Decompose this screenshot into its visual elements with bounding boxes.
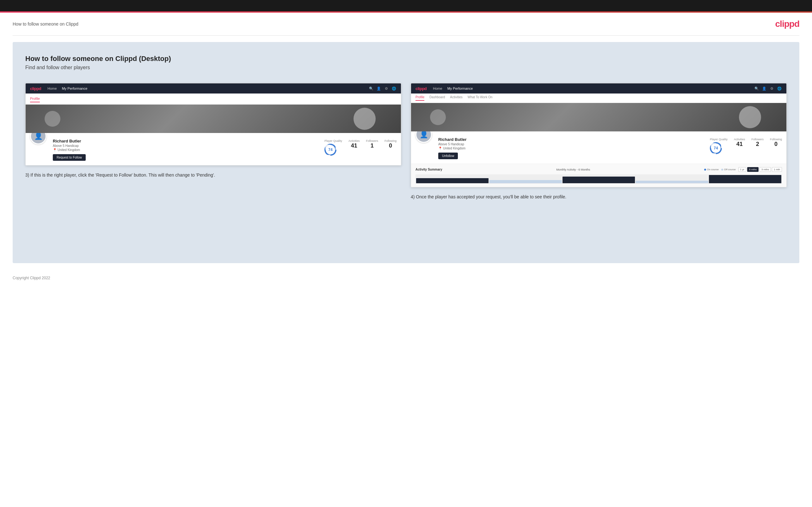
app-screenshot-1: clippd Home My Performance 🔍 👤 ⚙ 🌐 Profi… <box>25 83 401 166</box>
app-logo-2: clippd <box>415 86 426 91</box>
profile-info-1: Richard Butler Above 5 Handicap 📍 United… <box>53 139 318 161</box>
stat-quality-2: Player Quality 74 <box>710 138 727 154</box>
caption-1: 3) If this is the right player, click th… <box>25 172 401 178</box>
search-icon-1[interactable]: 🔍 <box>369 86 374 91</box>
stat-following-2: Following 0 <box>770 138 782 154</box>
globe-icon-1[interactable]: 🌐 <box>392 86 397 91</box>
app-subnav-tabs-2: Profile Dashboard Activities What To Wor… <box>411 94 786 103</box>
screenshots-row: clippd Home My Performance 🔍 👤 ⚙ 🌐 Profi… <box>25 83 787 200</box>
activity-bar-4 <box>636 181 708 183</box>
quality-value-2: 74 <box>711 144 721 153</box>
stat-following-1: Following 0 <box>385 139 397 156</box>
profile-banner-2 <box>411 103 786 131</box>
profile-location-text-2: United Kingdom <box>443 147 465 150</box>
app-navbar-1: clippd Home My Performance 🔍 👤 ⚙ 🌐 <box>26 83 401 94</box>
tab-activities-2[interactable]: Activities <box>450 96 462 101</box>
header: How to follow someone on Clippd clippd <box>0 13 812 36</box>
filter-6mths[interactable]: 6 mths <box>747 167 759 172</box>
activity-bar-2 <box>489 180 562 183</box>
main-subtitle: Find and follow other players <box>25 65 787 70</box>
profile-name-1: Richard Butler <box>53 139 318 144</box>
globe-icon-2[interactable]: 🌐 <box>777 86 782 91</box>
footer-text: Copyright Clippd 2022 <box>13 276 50 280</box>
activity-bar-5 <box>709 175 781 183</box>
stat-followers-2: Followers 2 <box>751 138 764 154</box>
logo: clippd <box>775 19 799 29</box>
app-screenshot-2: clippd Home My Performance 🔍 👤 ⚙ 🌐 Profi… <box>411 83 787 187</box>
legend-on-course: On course <box>704 168 719 171</box>
location-pin-icon-1: 📍 <box>53 148 57 152</box>
activity-bar-area <box>415 174 782 184</box>
location-pin-icon-2: 📍 <box>438 147 442 150</box>
nav-link-home-1[interactable]: Home <box>47 87 57 90</box>
tab-whattoworkon-2[interactable]: What To Work On <box>468 96 493 101</box>
screenshot-block-2: clippd Home My Performance 🔍 👤 ⚙ 🌐 Profi… <box>411 83 787 200</box>
nav-link-myperformance-1[interactable]: My Performance <box>62 87 88 90</box>
profile-stats-1: Player Quality 74 Activities 41 <box>324 139 397 156</box>
search-icon-2[interactable]: 🔍 <box>754 86 759 91</box>
activities-value-2: 41 <box>734 141 745 148</box>
profile-location-1: 📍 United Kingdom <box>53 148 318 152</box>
main-content: How to follow someone on Clippd (Desktop… <box>13 42 799 263</box>
stat-quality-label-2: Player Quality <box>710 138 727 141</box>
profile-stats-2: Player Quality 74 Activities 41 <box>710 138 782 154</box>
following-label-2: Following <box>770 138 782 141</box>
profile-location-2: 📍 United Kingdom <box>438 147 704 150</box>
quality-circle-1: 74 <box>324 144 337 156</box>
legend-off-course: Off course <box>721 168 736 171</box>
request-to-follow-button[interactable]: Request to Follow <box>53 154 86 161</box>
filter-1yr[interactable]: 1 yr <box>738 167 746 172</box>
followers-label-2: Followers <box>751 138 764 141</box>
following-value-1: 0 <box>385 143 397 149</box>
activities-label-1: Activities <box>348 139 360 143</box>
profile-info-2: Richard Butler Above 5 Handicap 📍 United… <box>438 137 704 159</box>
app-nav-icons-1: 🔍 👤 ⚙ 🌐 <box>369 86 397 91</box>
app-nav-icons-2: 🔍 👤 ⚙ 🌐 <box>754 86 782 91</box>
unfollow-button[interactable]: Unfollow <box>438 153 458 159</box>
app-nav-links-1: Home My Performance <box>47 87 87 90</box>
filter-1mth[interactable]: 1 mth <box>772 167 782 172</box>
quality-value-1: 74 <box>326 145 335 155</box>
legend-on-course-label: On course <box>707 168 719 171</box>
profile-handicap-1: Above 5 Handicap <box>53 144 318 148</box>
activity-period: Monthly Activity - 6 Months <box>556 168 590 171</box>
profile-handicap-2: Above 5 Handicap <box>438 143 704 146</box>
user-icon-1[interactable]: 👤 <box>376 86 381 91</box>
profile-location-text-1: United Kingdom <box>58 148 80 152</box>
nav-link-myperformance-2[interactable]: My Performance <box>447 87 473 90</box>
activity-summary: Activity Summary Monthly Activity - 6 Mo… <box>411 164 786 187</box>
profile-body-2: 👤 Richard Butler Above 5 Handicap 📍 Unit… <box>411 131 786 164</box>
tab-dashboard-2[interactable]: Dashboard <box>429 96 445 101</box>
avatar-icon-1: 👤 <box>34 132 43 140</box>
user-icon-2[interactable]: 👤 <box>762 86 767 91</box>
activities-value-1: 41 <box>348 143 360 149</box>
profile-tab-1[interactable]: Profile <box>30 97 40 102</box>
footer: Copyright Clippd 2022 <box>0 270 812 286</box>
screenshot-block-1: clippd Home My Performance 🔍 👤 ⚙ 🌐 Profi… <box>25 83 401 200</box>
nav-link-home-2[interactable]: Home <box>433 87 442 90</box>
avatar-icon-2: 👤 <box>420 130 428 139</box>
header-title: How to follow someone on Clippd <box>13 21 79 26</box>
activity-bar-3 <box>562 177 635 183</box>
stat-activities-1: Activities 41 <box>348 139 360 156</box>
settings-icon-2[interactable]: ⚙ <box>769 86 774 91</box>
main-title: How to follow someone on Clippd (Desktop… <box>25 55 787 63</box>
followers-label-1: Followers <box>366 139 378 143</box>
filter-3mths[interactable]: 3 mths <box>760 167 771 172</box>
settings-icon-1[interactable]: ⚙ <box>384 86 389 91</box>
app-nav-links-2: Home My Performance <box>433 87 473 90</box>
following-value-2: 0 <box>770 141 782 148</box>
followers-value-1: 1 <box>366 143 378 149</box>
top-bar <box>0 0 812 11</box>
profile-body-1: 👤 Richard Butler Above 5 Handicap 📍 Unit… <box>26 133 401 165</box>
stat-followers-1: Followers 1 <box>366 139 378 156</box>
profile-banner-1 <box>26 105 401 133</box>
app-logo-1: clippd <box>30 86 41 91</box>
app-navbar-2: clippd Home My Performance 🔍 👤 ⚙ 🌐 <box>411 83 786 94</box>
time-filters: 1 yr 6 mths 3 mths 1 mth <box>738 167 782 172</box>
following-label-1: Following <box>385 139 397 143</box>
activity-summary-header: Activity Summary Monthly Activity - 6 Mo… <box>415 167 782 172</box>
legend-dot-on-course <box>704 169 706 171</box>
tab-profile-2[interactable]: Profile <box>415 96 424 101</box>
app-subnav-1: Profile <box>26 94 401 105</box>
